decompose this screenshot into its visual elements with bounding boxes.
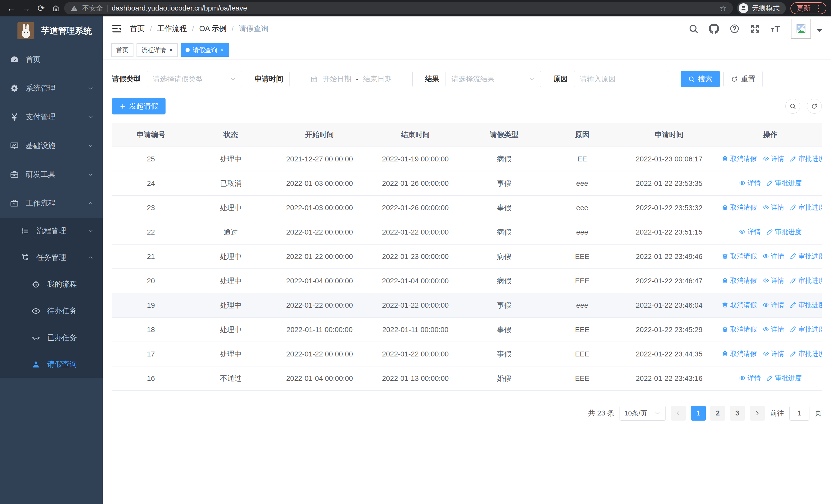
start-date-placeholder[interactable]: 开始日期 — [323, 74, 351, 84]
app-logo-row[interactable]: 芋道管理系统 — [0, 17, 103, 45]
action-approval-progress[interactable]: 审批进度 — [790, 252, 822, 261]
sidebar-item-task-management[interactable]: 任务管理 — [0, 244, 103, 271]
action-detail[interactable]: 详情 — [739, 227, 761, 236]
leave-type-select[interactable]: 请选择请假类型 — [147, 71, 242, 87]
action-detail[interactable]: 详情 — [763, 276, 784, 285]
search-button[interactable]: 搜索 — [681, 71, 720, 87]
action-detail[interactable]: 详情 — [763, 154, 784, 163]
sidebar-item-home[interactable]: 首页 — [0, 45, 103, 74]
toggle-search-button[interactable] — [785, 99, 800, 114]
sidebar-item-done-tasks[interactable]: 已办任务 — [0, 324, 103, 351]
page-button-1[interactable]: 1 — [691, 406, 706, 421]
action-approval-progress[interactable]: 审批进度 — [790, 325, 822, 334]
create-leave-button[interactable]: 发起请假 — [112, 98, 166, 114]
result-select[interactable]: 请选择流结果 — [446, 71, 541, 87]
breadcrumb-item[interactable]: 首页 — [130, 24, 145, 34]
cell-start-time: 2022-01-11 00:00:00 — [271, 318, 367, 342]
action-detail[interactable]: 详情 — [739, 179, 761, 187]
font-size-icon[interactable] — [770, 24, 781, 34]
sidebar-item-dev-tools[interactable]: 研发工具 — [0, 160, 103, 189]
action-approval-progress[interactable]: 审批进度 — [790, 203, 822, 212]
sidebar-item-leave-query[interactable]: 请假查询 — [0, 351, 103, 378]
home-icon[interactable] — [49, 4, 63, 12]
action-approval-progress[interactable]: 审批进度 — [790, 349, 822, 358]
refresh-table-button[interactable] — [807, 99, 822, 114]
table-row: 22通过2022-01-22 00:00:002022-01-22 00:00:… — [112, 220, 822, 244]
breadcrumb-item[interactable]: OA 示例 — [199, 24, 226, 34]
action-cancel-leave[interactable]: 取消请假 — [722, 154, 757, 163]
tag-leave-query[interactable]: 请假查询× — [181, 43, 229, 57]
sidebar-item-process-management[interactable]: 流程管理 — [0, 217, 103, 244]
github-icon[interactable] — [709, 24, 719, 34]
goto-page-input[interactable] — [790, 406, 809, 421]
forward-icon[interactable]: → — [20, 0, 33, 17]
close-icon[interactable]: × — [169, 47, 173, 53]
apply-time-range-picker[interactable]: 开始日期 - 结束日期 — [289, 71, 413, 87]
cell-id: 20 — [112, 269, 190, 293]
action-cancel-leave[interactable]: 取消请假 — [722, 276, 757, 285]
action-detail[interactable]: 详情 — [763, 325, 784, 334]
breadcrumb-item[interactable]: 工作流程 — [157, 24, 187, 34]
active-dot — [185, 48, 190, 52]
kebab-menu-icon[interactable]: ⋮ — [814, 4, 822, 13]
fullscreen-icon[interactable] — [750, 24, 760, 34]
view-icon — [739, 375, 746, 381]
action-detail[interactable]: 详情 — [763, 252, 784, 261]
action-detail[interactable]: 详情 — [739, 374, 761, 383]
reason-input[interactable] — [580, 75, 662, 83]
action-cancel-leave[interactable]: 取消请假 — [722, 203, 757, 212]
help-icon[interactable] — [729, 24, 740, 34]
action-approval-progress[interactable]: 审批进度 — [790, 276, 822, 285]
action-detail[interactable]: 详情 — [763, 349, 784, 358]
page-size-select[interactable]: 10条/页 — [620, 406, 666, 421]
action-cancel-leave[interactable]: 取消请假 — [722, 349, 757, 358]
sidebar-collapse-icon[interactable] — [111, 23, 122, 34]
action-label: 详情 — [771, 154, 784, 163]
sidebar-item-todo-tasks[interactable]: 待办任务 — [0, 298, 103, 324]
action-detail[interactable]: 详情 — [763, 203, 784, 212]
end-date-placeholder[interactable]: 结束日期 — [363, 74, 392, 84]
caret-down-icon[interactable] — [816, 29, 822, 35]
incognito-badge: 无痕模式 — [737, 2, 786, 14]
prev-page-button[interactable] — [671, 406, 686, 421]
action-label: 详情 — [771, 300, 784, 309]
back-icon[interactable]: ← — [5, 0, 18, 17]
action-approval-progress[interactable]: 审批进度 — [790, 154, 822, 163]
url-text[interactable]: dashboard.yudao.iocoder.cn/bpm/oa/leave — [112, 4, 247, 12]
action-approval-progress[interactable]: 审批进度 — [766, 374, 801, 383]
action-cancel-leave[interactable]: 取消请假 — [722, 325, 757, 334]
browser-update-menu-button[interactable]: 更新 ⋮ — [791, 2, 826, 14]
action-approval-progress[interactable]: 审批进度 — [766, 227, 801, 236]
calendar-icon — [310, 75, 318, 83]
page-button-3[interactable]: 3 — [730, 406, 745, 421]
search-icon[interactable] — [688, 24, 698, 34]
reload-icon[interactable]: ⟳ — [34, 0, 48, 17]
cell-reason: EEE — [545, 244, 619, 269]
view-icon — [763, 204, 769, 211]
close-icon[interactable]: × — [221, 47, 224, 53]
action-approval-progress[interactable]: 审批进度 — [790, 300, 822, 309]
sidebar-item-my-process[interactable]: 我的流程 — [0, 271, 103, 298]
sidebar-item-payment-management[interactable]: 支付管理 — [0, 102, 103, 131]
next-page-button[interactable] — [750, 406, 765, 421]
sidebar-item-workflow[interactable]: 工作流程 — [0, 189, 103, 217]
sidebar-item-infrastructure[interactable]: 基础设施 — [0, 131, 103, 160]
cell-reason: eee — [545, 196, 619, 220]
bookmark-star-icon[interactable]: ☆ — [719, 3, 727, 13]
action-detail[interactable]: 详情 — [763, 300, 784, 309]
tag-process-detail[interactable]: 流程详情× — [137, 43, 178, 57]
plus-icon — [119, 103, 126, 110]
action-cancel-leave[interactable]: 取消请假 — [722, 300, 757, 309]
action-label: 详情 — [747, 227, 761, 236]
address-bar[interactable]: 不安全 dashboard.yudao.iocoder.cn/bpm/oa/le… — [64, 2, 733, 14]
avatar[interactable] — [791, 19, 811, 39]
action-label: 审批进度 — [798, 252, 822, 261]
security-label[interactable]: 不安全 — [82, 4, 103, 13]
sidebar-item-system-management[interactable]: 系统管理 — [0, 74, 103, 102]
page-button-2[interactable]: 2 — [710, 406, 725, 421]
cell-status: 已取消 — [190, 171, 271, 196]
action-cancel-leave[interactable]: 取消请假 — [722, 252, 757, 261]
action-approval-progress[interactable]: 审批进度 — [766, 179, 801, 187]
reset-button[interactable]: 重置 — [723, 71, 763, 87]
tag-home[interactable]: 首页 — [111, 43, 134, 57]
